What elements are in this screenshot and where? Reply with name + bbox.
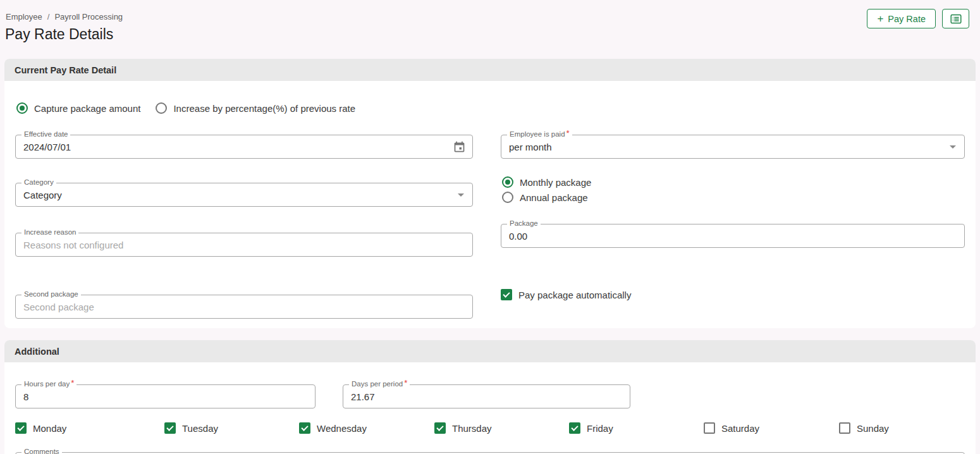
package-type-radio-group: Monthly package Annual package xyxy=(501,176,965,203)
radio-label: Annual package xyxy=(520,192,588,203)
checkbox-box xyxy=(569,422,580,434)
checkbox-label: Saturday xyxy=(721,423,759,434)
sunday-checkbox[interactable]: Sunday xyxy=(839,422,965,434)
package-input[interactable] xyxy=(501,224,964,247)
current-pay-rate-section-header: Current Pay Rate Detail xyxy=(4,59,976,81)
breadcrumb-item-payroll-processing[interactable]: Payroll Processing xyxy=(54,12,123,21)
monthly-package-radio[interactable]: Monthly package xyxy=(502,176,965,188)
checkbox-box xyxy=(501,289,512,300)
chevron-down-icon xyxy=(458,193,464,197)
header-actions: + Pay Rate xyxy=(867,9,969,28)
checkbox-label: Friday xyxy=(587,423,613,434)
current-pay-rate-card: Current Pay Rate Detail Capture package … xyxy=(4,59,976,328)
employee-is-paid-value: per month xyxy=(501,142,950,152)
checkbox-box xyxy=(164,422,176,434)
radio-circle xyxy=(502,176,513,188)
hours-per-day-input[interactable] xyxy=(16,385,315,408)
category-label: Category xyxy=(21,178,56,187)
form-left-column: Effective date Category Category xyxy=(15,135,473,319)
required-asterisk: * xyxy=(567,130,570,138)
radio-label: Capture package amount xyxy=(34,103,140,114)
pay-rate-form: Effective date Category Category xyxy=(15,114,965,328)
radio-label: Monthly package xyxy=(520,177,591,188)
required-asterisk: * xyxy=(404,379,407,388)
days-per-period-input[interactable] xyxy=(343,385,630,408)
pay-package-automatically-checkbox[interactable]: Pay package automatically xyxy=(501,289,965,300)
hours-per-day-field[interactable]: Hours per day * xyxy=(15,384,315,408)
increase-reason-input[interactable] xyxy=(16,233,472,256)
checkbox-box xyxy=(434,422,446,434)
week-days-checkbox-row: Monday Tuesday Wednesday Thursday Friday… xyxy=(15,408,965,434)
effective-date-input[interactable] xyxy=(16,135,453,158)
additional-body: Hours per day * Days per period * Monday xyxy=(4,362,976,454)
additional-section-header: Additional xyxy=(4,340,976,362)
radio-label: Increase by percentage(%) of previous ra… xyxy=(173,103,355,114)
top-bar: Employee / Payroll Processing Pay Rate D… xyxy=(0,0,980,43)
radio-circle xyxy=(156,102,167,114)
calendar-icon[interactable] xyxy=(453,140,466,154)
category-select[interactable]: Category Category xyxy=(15,183,473,207)
effective-date-field[interactable]: Effective date xyxy=(15,135,473,159)
wednesday-checkbox[interactable]: Wednesday xyxy=(299,422,434,434)
radio-circle xyxy=(502,192,513,203)
increase-reason-label: Increase reason xyxy=(21,228,78,236)
checkbox-label: Pay package automatically xyxy=(518,290,631,300)
current-pay-rate-body: Capture package amount Increase by perce… xyxy=(4,81,976,328)
thursday-checkbox[interactable]: Thursday xyxy=(434,422,569,434)
tuesday-checkbox[interactable]: Tuesday xyxy=(164,422,299,434)
employee-is-paid-select[interactable]: Employee is paid * per month xyxy=(501,135,965,159)
friday-checkbox[interactable]: Friday xyxy=(569,422,704,434)
hours-days-row: Hours per day * Days per period * xyxy=(15,362,965,408)
capture-mode-radio-group: Capture package amount Increase by perce… xyxy=(15,81,965,114)
days-per-period-label: Days per period * xyxy=(349,379,410,388)
page-title: Pay Rate Details xyxy=(5,26,123,43)
saturday-checkbox[interactable]: Saturday xyxy=(704,422,839,434)
annual-package-radio[interactable]: Annual package xyxy=(502,192,965,203)
add-pay-rate-button[interactable]: + Pay Rate xyxy=(867,9,936,28)
checkbox-label: Wednesday xyxy=(317,423,367,434)
add-pay-rate-button-label: Pay Rate xyxy=(888,14,926,24)
monday-checkbox[interactable]: Monday xyxy=(15,422,164,434)
required-asterisk: * xyxy=(71,379,74,388)
checkbox-box xyxy=(15,422,27,434)
radio-circle xyxy=(16,102,28,114)
list-alt-icon xyxy=(949,12,963,26)
pay-rate-list-button[interactable] xyxy=(942,9,969,28)
second-package-label: Second package xyxy=(21,290,81,298)
chevron-down-icon xyxy=(950,145,956,149)
package-field[interactable]: Package xyxy=(501,224,965,248)
capture-package-amount-radio[interactable]: Capture package amount xyxy=(16,102,140,114)
breadcrumb-item-employee[interactable]: Employee xyxy=(6,12,42,21)
breadcrumb-separator: / xyxy=(47,12,50,21)
category-value: Category xyxy=(16,190,458,200)
form-right-column: Employee is paid * per month Monthly pac… xyxy=(501,135,965,319)
checkbox-label: Tuesday xyxy=(182,423,218,434)
hours-per-day-label: Hours per day * xyxy=(21,379,77,388)
second-package-input[interactable] xyxy=(16,295,472,318)
employee-is-paid-label: Employee is paid * xyxy=(507,130,572,138)
additional-card: Additional Hours per day * Days per peri… xyxy=(4,340,976,454)
checkbox-label: Monday xyxy=(33,423,66,434)
second-package-field[interactable]: Second package xyxy=(15,295,473,319)
checkbox-box xyxy=(704,422,715,434)
checkbox-box xyxy=(839,422,850,434)
days-per-period-field[interactable]: Days per period * xyxy=(343,384,630,408)
checkbox-box xyxy=(299,422,310,434)
checkbox-label: Sunday xyxy=(857,423,889,434)
plus-icon: + xyxy=(877,13,883,24)
checkbox-label: Thursday xyxy=(452,423,492,434)
increase-by-percentage-radio[interactable]: Increase by percentage(%) of previous ra… xyxy=(156,102,355,114)
breadcrumb: Employee / Payroll Processing xyxy=(6,12,123,21)
comments-label: Comments xyxy=(21,447,62,454)
package-label: Package xyxy=(507,219,541,228)
effective-date-label: Effective date xyxy=(21,130,70,138)
increase-reason-field[interactable]: Increase reason xyxy=(15,233,473,257)
page-heading-block: Employee / Payroll Processing Pay Rate D… xyxy=(5,9,123,43)
